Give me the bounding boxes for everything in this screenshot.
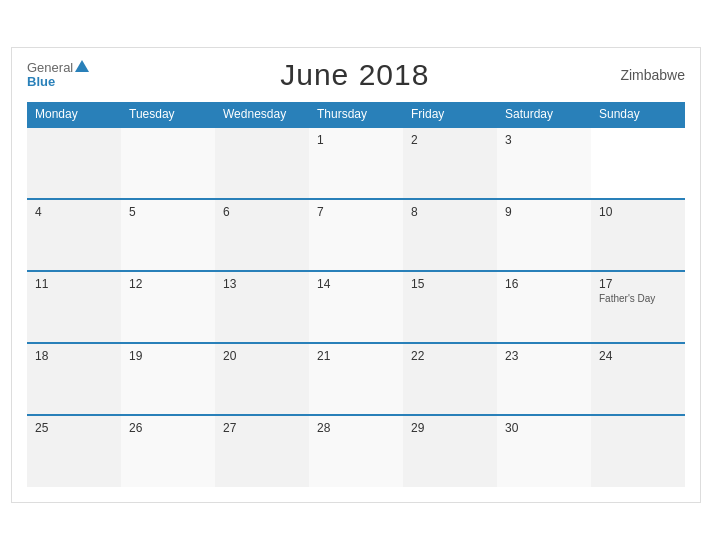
day-number: 18	[35, 349, 113, 363]
day-number: 6	[223, 205, 301, 219]
calendar-day	[121, 127, 215, 199]
calendar-table: Monday Tuesday Wednesday Thursday Friday…	[27, 102, 685, 487]
calendar-day: 13	[215, 271, 309, 343]
day-number: 8	[411, 205, 489, 219]
logo-triangle-icon	[75, 60, 89, 72]
day-number: 1	[317, 133, 395, 147]
calendar-day: 3	[497, 127, 591, 199]
calendar-week-row: 18192021222324	[27, 343, 685, 415]
header-thursday: Thursday	[309, 102, 403, 127]
day-event: Father's Day	[599, 293, 677, 304]
day-number: 12	[129, 277, 207, 291]
day-number: 4	[35, 205, 113, 219]
calendar-title: June 2018	[280, 58, 429, 92]
day-number: 2	[411, 133, 489, 147]
weekday-header-row: Monday Tuesday Wednesday Thursday Friday…	[27, 102, 685, 127]
day-number: 10	[599, 205, 677, 219]
calendar-day	[591, 415, 685, 487]
calendar-day: 21	[309, 343, 403, 415]
calendar-day: 16	[497, 271, 591, 343]
calendar: General Blue June 2018 Zimbabwe Monday T…	[11, 47, 701, 503]
calendar-week-row: 252627282930	[27, 415, 685, 487]
calendar-week-row: 45678910	[27, 199, 685, 271]
calendar-day: 23	[497, 343, 591, 415]
day-number: 14	[317, 277, 395, 291]
calendar-day: 20	[215, 343, 309, 415]
logo: General Blue	[27, 61, 89, 90]
calendar-day: 4	[27, 199, 121, 271]
day-number: 7	[317, 205, 395, 219]
day-number: 21	[317, 349, 395, 363]
day-number: 17	[599, 277, 677, 291]
logo-blue: Blue	[27, 75, 89, 89]
calendar-header: General Blue June 2018 Zimbabwe	[27, 58, 685, 92]
calendar-country: Zimbabwe	[620, 67, 685, 83]
day-number: 19	[129, 349, 207, 363]
day-number: 23	[505, 349, 583, 363]
day-number: 15	[411, 277, 489, 291]
day-number: 20	[223, 349, 301, 363]
day-number: 30	[505, 421, 583, 435]
calendar-day: 22	[403, 343, 497, 415]
calendar-day: 6	[215, 199, 309, 271]
header-tuesday: Tuesday	[121, 102, 215, 127]
calendar-day: 17Father's Day	[591, 271, 685, 343]
header-saturday: Saturday	[497, 102, 591, 127]
calendar-day: 24	[591, 343, 685, 415]
calendar-day: 18	[27, 343, 121, 415]
header-sunday: Sunday	[591, 102, 685, 127]
calendar-day: 29	[403, 415, 497, 487]
day-number: 11	[35, 277, 113, 291]
calendar-day: 15	[403, 271, 497, 343]
calendar-day: 9	[497, 199, 591, 271]
header-friday: Friday	[403, 102, 497, 127]
calendar-day: 10	[591, 199, 685, 271]
calendar-day: 7	[309, 199, 403, 271]
calendar-day: 27	[215, 415, 309, 487]
day-number: 25	[35, 421, 113, 435]
calendar-day: 2	[403, 127, 497, 199]
calendar-day: 1	[309, 127, 403, 199]
calendar-day: 28	[309, 415, 403, 487]
logo-general: General	[27, 61, 73, 75]
calendar-day	[27, 127, 121, 199]
day-number: 27	[223, 421, 301, 435]
header-wednesday: Wednesday	[215, 102, 309, 127]
day-number: 24	[599, 349, 677, 363]
calendar-day: 25	[27, 415, 121, 487]
calendar-day: 14	[309, 271, 403, 343]
calendar-week-row: 123	[27, 127, 685, 199]
header-monday: Monday	[27, 102, 121, 127]
day-number: 26	[129, 421, 207, 435]
day-number: 3	[505, 133, 583, 147]
calendar-day: 11	[27, 271, 121, 343]
calendar-day: 19	[121, 343, 215, 415]
calendar-day	[215, 127, 309, 199]
day-number: 5	[129, 205, 207, 219]
calendar-day: 8	[403, 199, 497, 271]
day-number: 9	[505, 205, 583, 219]
day-number: 28	[317, 421, 395, 435]
calendar-day: 12	[121, 271, 215, 343]
day-number: 13	[223, 277, 301, 291]
day-number: 16	[505, 277, 583, 291]
day-number: 29	[411, 421, 489, 435]
calendar-day: 26	[121, 415, 215, 487]
calendar-day: 30	[497, 415, 591, 487]
calendar-week-row: 11121314151617Father's Day	[27, 271, 685, 343]
calendar-day: 5	[121, 199, 215, 271]
day-number: 22	[411, 349, 489, 363]
